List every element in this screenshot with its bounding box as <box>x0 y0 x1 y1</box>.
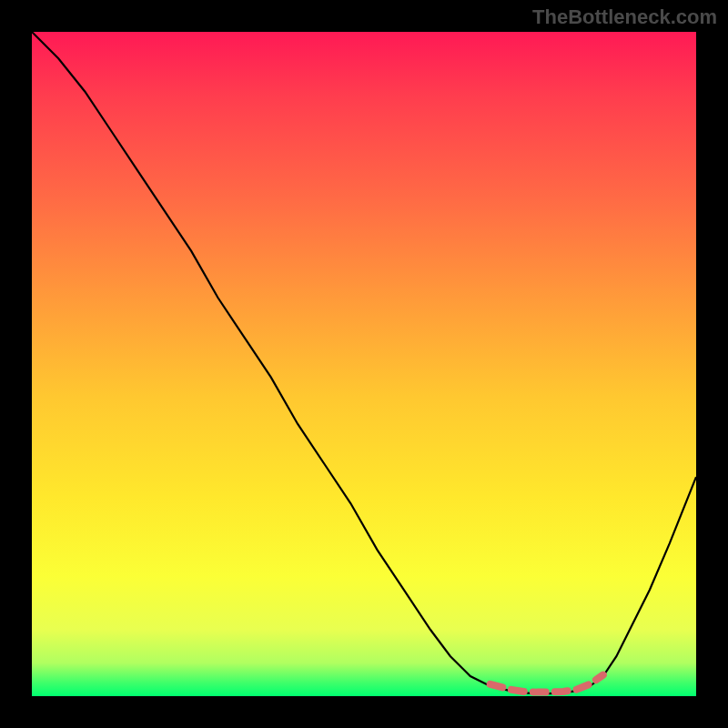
attribution-text: TheBottleneck.com <box>532 5 717 29</box>
chart-curves <box>32 32 696 696</box>
bottleneck-curve-line <box>32 32 696 693</box>
chart-plot-area <box>32 32 696 696</box>
